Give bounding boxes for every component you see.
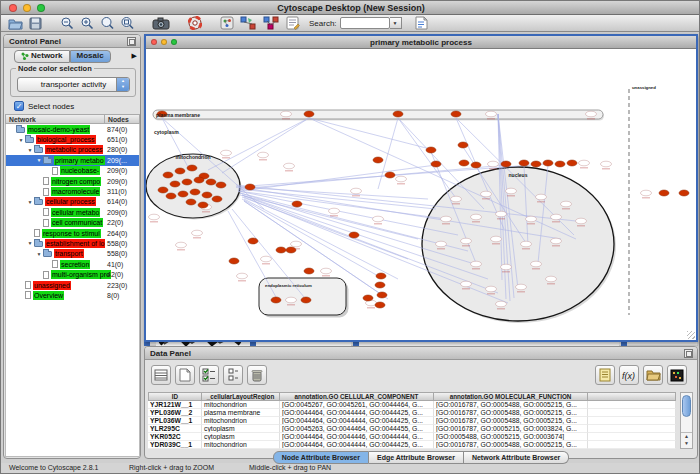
network-node[interactable] — [659, 190, 669, 196]
column-header-cellularlayoutregion[interactable]: _cellularLayoutRegion — [202, 392, 280, 401]
network-node-unselected[interactable] — [176, 242, 187, 248]
tree-item-transport[interactable]: ▼transport558(0) — [6, 249, 139, 259]
network-node[interactable] — [543, 160, 553, 166]
network-node[interactable] — [276, 247, 286, 253]
network-node[interactable] — [431, 161, 441, 167]
formula-builder-icon[interactable]: f(x) — [619, 365, 639, 385]
tree-item-secretion[interactable]: secretion41(0) — [6, 259, 139, 269]
network-node[interactable] — [166, 193, 176, 199]
network-node[interactable] — [229, 258, 239, 264]
network-node[interactable] — [292, 201, 302, 207]
tree-header-network[interactable]: Network — [6, 115, 105, 123]
network-node[interactable] — [501, 161, 511, 167]
new-attribute-icon[interactable] — [175, 365, 195, 385]
network-node-unselected[interactable] — [291, 241, 302, 247]
edit-list-icon[interactable] — [285, 16, 301, 31]
column-header-annotation-go-cellular-component[interactable]: annotation.GO CELLULAR_COMPONENT — [280, 392, 434, 401]
network-node-unselected[interactable] — [321, 268, 332, 274]
network-node[interactable] — [377, 292, 387, 298]
network-node-unselected[interactable] — [551, 214, 562, 220]
network-node-unselected[interactable] — [486, 286, 497, 292]
select-attributes-icon[interactable] — [199, 365, 219, 385]
network-node[interactable] — [458, 142, 468, 148]
tree-item-nucleobase[interactable]: nucleobase-209(0) — [6, 166, 139, 176]
select-nodes-checkbox[interactable]: ✓ — [14, 101, 24, 111]
expand-arrow-icon[interactable]: ▼ — [17, 137, 25, 143]
network-node-unselected[interactable] — [258, 152, 269, 158]
network-node-unselected[interactable] — [526, 216, 537, 222]
attribute-columns-icon[interactable] — [151, 365, 171, 385]
main-titlebar[interactable]: Cytoscape Desktop (New Session) — [1, 1, 700, 15]
snapshot-icon[interactable] — [151, 16, 171, 31]
tree-header-nodes[interactable]: Nodes — [105, 115, 139, 123]
tree-item-cell-communicat[interactable]: cell communicat22(0) — [6, 218, 139, 228]
network-node-unselected[interactable] — [516, 284, 527, 290]
network-node[interactable] — [471, 162, 481, 168]
expand-arrow-icon[interactable]: ▼ — [35, 251, 43, 257]
network-overview-icon[interactable] — [219, 16, 235, 31]
table-row-ylr295c[interactable]: YLR295Ccytoplasm[GO:0045263, GO:0044464,… — [148, 425, 676, 433]
network-node[interactable] — [304, 111, 314, 117]
network-node[interactable] — [375, 282, 385, 288]
network-node[interactable] — [304, 268, 314, 274]
network-node[interactable] — [271, 297, 281, 303]
table-row-ydr039c-1[interactable]: YDR039C__1mitochondrion[GO:0044464, GO:0… — [148, 441, 676, 449]
network-node-unselected[interactable] — [396, 176, 407, 182]
scrollbar-thumb[interactable] — [682, 395, 691, 417]
network-node[interactable] — [679, 190, 689, 196]
network-node-unselected[interactable] — [451, 196, 462, 202]
network-node-unselected[interactable] — [221, 150, 232, 156]
search-input[interactable] — [340, 17, 390, 29]
search-dropdown-icon[interactable]: ▼ — [390, 17, 402, 29]
network-node[interactable] — [301, 297, 311, 303]
network-node-unselected[interactable] — [461, 281, 472, 287]
network-node[interactable] — [202, 192, 212, 198]
tabs-overflow-arrow-icon[interactable]: ▶ — [132, 52, 137, 60]
layout-nodes-icon[interactable] — [239, 16, 258, 31]
network-node[interactable] — [567, 160, 577, 166]
network-node[interactable] — [190, 189, 200, 195]
network-node[interactable] — [426, 147, 436, 153]
tree-item-unassigned[interactable]: unassigned223(0) — [6, 280, 139, 290]
network-node[interactable] — [555, 161, 565, 167]
network-node-unselected[interactable] — [501, 264, 512, 270]
network-node[interactable] — [376, 273, 386, 279]
tree-item-macromolecule[interactable]: macromolecule311(0) — [6, 186, 139, 196]
network-node-unselected[interactable] — [551, 238, 562, 244]
network-node-unselected[interactable] — [531, 261, 542, 267]
network-node[interactable] — [178, 191, 188, 197]
network-node-unselected[interactable] — [496, 301, 507, 307]
network-window-titlebar[interactable]: primary metabolic process — [146, 36, 696, 49]
network-node[interactable] — [212, 196, 222, 202]
network-node-unselected[interactable] — [351, 188, 362, 194]
column-header-blank[interactable] — [588, 392, 676, 401]
network-node-unselected[interactable] — [561, 201, 572, 207]
tree-item-cellular-metabo[interactable]: cellular metabo209(0) — [6, 207, 139, 217]
network-node-unselected[interactable] — [471, 214, 482, 220]
network-node-unselected[interactable] — [496, 211, 507, 217]
network-node-unselected[interactable] — [601, 161, 612, 167]
network-node[interactable] — [385, 172, 395, 178]
network-node-unselected[interactable] — [441, 216, 452, 222]
import-attributes-icon[interactable] — [643, 365, 663, 385]
network-canvas[interactable]: plasma membrane cytoplasm mitochondrion … — [146, 49, 696, 340]
network-node-unselected[interactable] — [373, 216, 384, 222]
network-node[interactable] — [158, 187, 168, 193]
network-node[interactable] — [459, 160, 469, 166]
network-node[interactable] — [194, 177, 204, 183]
network-node-unselected[interactable] — [261, 256, 272, 262]
help-icon[interactable] — [187, 16, 203, 31]
network-node-unselected[interactable] — [481, 191, 492, 197]
network-node-unselected[interactable] — [536, 194, 547, 200]
network-node[interactable] — [375, 302, 385, 308]
tree-item-biological-process[interactable]: ▼biological_process651(0) — [6, 134, 139, 144]
expand-arrow-icon[interactable]: ▼ — [26, 240, 34, 246]
attribute-matrix-icon[interactable] — [667, 365, 687, 385]
network-node-unselected[interactable] — [436, 241, 447, 247]
tree-item-response-to-stimul[interactable]: response to stimul264(0) — [6, 228, 139, 238]
network-node[interactable] — [175, 168, 185, 174]
node-color-select[interactable]: transporter activity ▲▼ — [17, 77, 130, 92]
save-session-icon[interactable] — [27, 16, 43, 31]
network-node[interactable] — [182, 179, 192, 185]
network-node[interactable] — [373, 157, 383, 163]
